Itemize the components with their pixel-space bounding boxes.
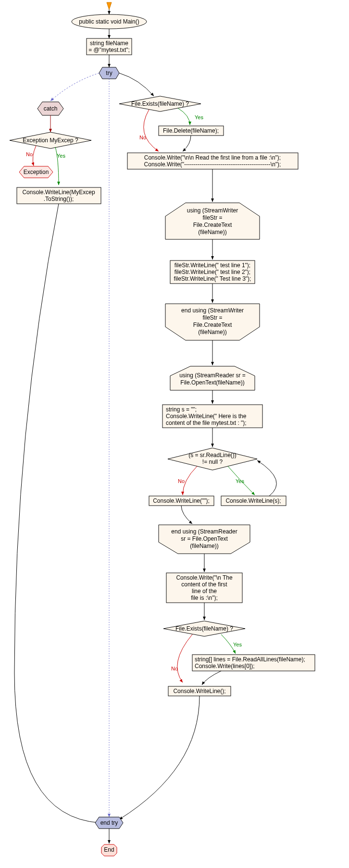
no-label: No (26, 151, 33, 157)
svg-text:(fileName)): (fileName)) (198, 329, 226, 335)
main-label: public static void Main() (79, 18, 139, 25)
svg-text:using (StreamWriter: using (StreamWriter (187, 207, 238, 214)
svg-text:sr = File.OpenText: sr = File.OpenText (181, 535, 228, 542)
svg-text:string[] lines = File.ReadAllL: string[] lines = File.ReadAllLines(fileN… (195, 656, 305, 663)
svg-text:File.CreateText: File.CreateText (193, 222, 232, 228)
svg-text:(s = sr.ReadLine()): (s = sr.ReadLine()) (188, 452, 237, 459)
svg-text:Console.WriteLine(" Here is th: Console.WriteLine(" Here is the (166, 413, 247, 420)
svg-text:(fileName)): (fileName)) (198, 229, 226, 236)
svg-text:fileStr.WriteLine(" test line : fileStr.WriteLine(" test line 1"); (174, 262, 250, 269)
svg-text:content of the file mytest.txt: content of the file mytest.txt : "); (166, 420, 247, 426)
svg-text:end using (StreamReader: end using (StreamReader (171, 528, 237, 535)
svg-text:string s = "";: string s = ""; (166, 406, 197, 413)
writeln-s-label: Console.WriteLine(s); (225, 497, 281, 504)
svg-text:using (StreamReader sr =: using (StreamReader sr = (179, 372, 246, 379)
svg-text:Console.Write("---------------: Console.Write("-------------------------… (144, 161, 281, 168)
exception-check-label: Exception MyExcep ? (23, 137, 78, 144)
svg-text:fileStr.WriteLine(" Test line : fileStr.WriteLine(" Test line 3"); (174, 275, 251, 282)
svg-text:fileStr =: fileStr = (202, 214, 222, 221)
svg-text:content of the first: content of the first (181, 581, 227, 588)
file-exists2-label: File.Exists(fileName) ? (175, 625, 233, 632)
svg-text:File.CreateText: File.CreateText (193, 322, 232, 328)
svg-text:No: No (139, 135, 146, 140)
svg-text:Yes: Yes (236, 478, 244, 484)
svg-text:end using (StreamWriter: end using (StreamWriter (181, 307, 244, 314)
writeln-empty-label: Console.WriteLine(""); (153, 497, 210, 504)
start-icon (107, 2, 112, 10)
svg-text:fileStr.WriteLine(" test line : fileStr.WriteLine(" test line 2"); (174, 269, 250, 275)
svg-text:Console.WriteLine(MyExcep: Console.WriteLine(MyExcep (22, 189, 95, 196)
file-exists1-label: File.Exists(fileName) ? (131, 100, 189, 107)
file-delete-label: File.Delete(fileName); (163, 127, 219, 134)
svg-text:string fileName: string fileName (90, 40, 128, 47)
svg-text:No: No (171, 666, 178, 671)
writeln-final-label: Console.WriteLine(); (173, 688, 225, 694)
exception-label: Exception (24, 169, 49, 175)
svg-text:Yes: Yes (233, 642, 242, 647)
svg-text:.ToString());: .ToString()); (44, 196, 74, 202)
yes-label: Yes (57, 153, 65, 159)
svg-text:No: No (178, 478, 185, 484)
svg-text:File.OpenText(fileName)): File.OpenText(fileName)) (180, 379, 244, 386)
endtry-label: end try (100, 819, 118, 826)
flowchart-diagram: public static void Main() string fileNam… (0, 0, 349, 868)
catch-label: catch (44, 105, 58, 112)
svg-text:= @"mytest.txt";: = @"mytest.txt"; (88, 47, 130, 53)
svg-text:Console.Write("\n The: Console.Write("\n The (176, 574, 233, 581)
svg-text:(fileName)): (fileName)) (190, 543, 218, 549)
svg-text:line of the: line of the (192, 588, 217, 595)
svg-text:file is :\n");: file is :\n"); (191, 595, 218, 601)
end-label: End (104, 846, 114, 853)
svg-text:Console.Write(lines[0]);: Console.Write(lines[0]); (195, 663, 255, 670)
try-label: try (106, 70, 112, 76)
svg-text:Console.Write("\n\n Read the f: Console.Write("\n\n Read the first line … (144, 154, 281, 161)
svg-text:Yes: Yes (195, 114, 203, 120)
svg-text:fileStr =: fileStr = (202, 314, 222, 321)
svg-text:!= null ?: != null ? (202, 459, 223, 465)
